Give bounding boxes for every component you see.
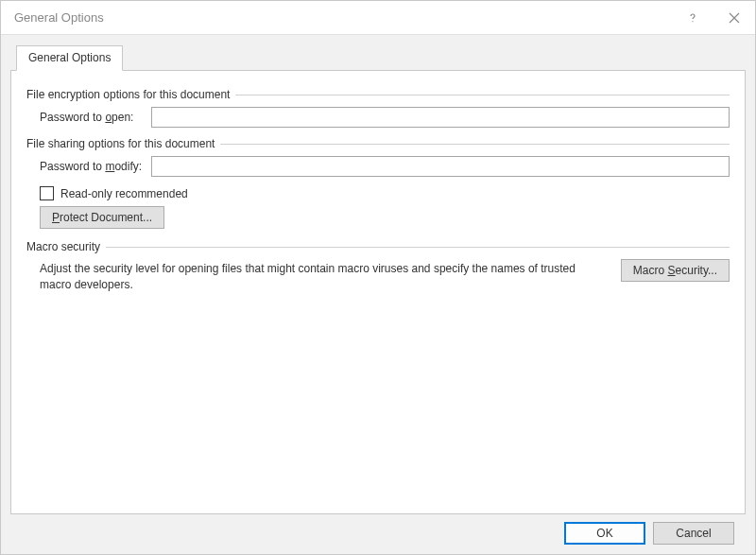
protect-document-button[interactable]: Protect Document... [40,206,164,229]
readonly-label: Read-only recommended [60,187,188,200]
section-sharing: File sharing options for this document [26,137,730,150]
tab-general-options[interactable]: General Options [16,45,123,71]
password-open-row: Password to open: [40,107,730,128]
dialog-footer: OK Cancel [10,514,746,554]
ok-button[interactable]: OK [564,522,645,545]
password-modify-label: Password to modify: [40,160,151,173]
titlebar: General Options [1,1,755,35]
cancel-button[interactable]: Cancel [653,522,734,545]
protect-row: Protect Document... [40,206,730,229]
section-macro: Macro security [26,240,730,253]
dialog-title: General Options [14,10,672,25]
svg-point-0 [692,21,693,22]
password-modify-row: Password to modify: [40,156,730,177]
general-options-dialog: General Options General Options File enc… [0,0,756,555]
close-button[interactable] [713,1,755,35]
macro-description: Adjust the security level for opening fi… [40,259,602,293]
section-encryption-label: File encryption options for this documen… [26,88,230,101]
section-encryption: File encryption options for this documen… [26,88,730,101]
section-sharing-label: File sharing options for this document [26,137,215,150]
help-icon [687,12,698,24]
tab-panel: File encryption options for this documen… [10,70,746,514]
help-button[interactable] [672,1,713,35]
dialog-body: General Options File encryption options … [1,35,755,554]
section-macro-label: Macro security [26,240,100,253]
password-modify-input[interactable] [151,156,730,177]
password-open-label: Password to open: [40,111,151,124]
macro-security-button[interactable]: Macro Security... [621,259,730,282]
readonly-checkbox[interactable] [40,186,54,200]
readonly-row: Read-only recommended [40,186,730,200]
password-open-input[interactable] [151,107,730,128]
close-icon [729,12,740,24]
macro-row: Adjust the security level for opening fi… [40,259,730,293]
tab-strip: General Options [10,45,746,71]
